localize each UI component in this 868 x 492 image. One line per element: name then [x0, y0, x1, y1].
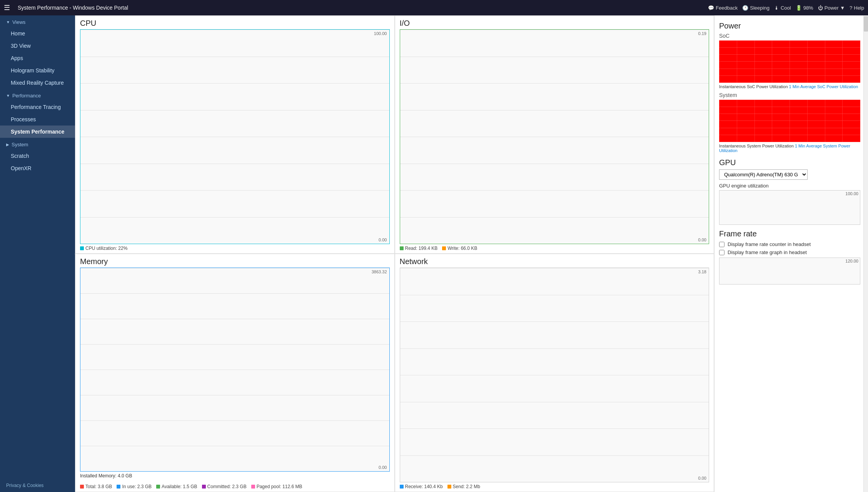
sidebar-collapse-button[interactable]: ◀: [73, 246, 75, 261]
privacy-cookies-link[interactable]: Privacy & Cookies: [0, 479, 75, 492]
cpu-panel: CPU 100.00 0.00: [75, 15, 395, 254]
io-read-text: Read: 199.4 KB: [405, 246, 438, 251]
soc-avg-label[interactable]: 1 Min Average SoC Power Utilization: [789, 84, 858, 89]
feedback-icon: 💬: [708, 5, 714, 11]
system-arrow-icon: ▶: [6, 142, 9, 147]
scroll-thumb[interactable]: [864, 16, 868, 32]
sleeping-icon: 🕐: [742, 5, 748, 11]
sidebar-item-performance-tracing[interactable]: Performance Tracing: [0, 101, 75, 113]
power-title: Power: [719, 22, 860, 30]
cpu-chart: 100.00 0.00: [80, 29, 390, 244]
soc-instant-label: Instantaneous SoC Power Utilization: [719, 84, 788, 89]
system-power-legend: Instantaneous System Power Utilization 1…: [719, 144, 860, 153]
memory-panel: Memory 3863.32 0.00: [75, 254, 395, 492]
battery-icon: 🔋: [796, 5, 802, 11]
help-button[interactable]: ? Help: [850, 5, 864, 11]
soc-power-chart: [719, 40, 860, 83]
gpu-select[interactable]: Qualcomm(R) Adreno(TM) 630 GPU: [719, 169, 808, 180]
sidebar-section-performance[interactable]: ▼ Performance: [0, 89, 75, 101]
io-min-label: 0.00: [698, 238, 706, 242]
help-icon: ?: [850, 5, 852, 11]
system-power-chart: [719, 100, 860, 142]
sidebar-section-system-label: System: [12, 142, 28, 147]
gpu-engine-label: GPU engine utilization: [719, 183, 860, 189]
network-max-label: 3.18: [698, 269, 706, 274]
frame-rate-counter-checkbox-row[interactable]: Display frame rate counter in headset: [719, 241, 860, 247]
io-chart-grid: [400, 30, 709, 244]
title-bar: ☰ System Performance - Windows Device Po…: [0, 0, 868, 15]
network-title: Network: [400, 257, 709, 266]
performance-arrow-icon: ▼: [6, 94, 10, 98]
frame-rate-section: Frame rate Display frame rate counter in…: [719, 229, 860, 284]
sidebar-item-mixed-reality-capture[interactable]: Mixed Reality Capture: [0, 77, 75, 89]
gpu-engine-chart: 100.00: [719, 190, 860, 225]
frame-rate-max-label: 120.00: [845, 259, 858, 263]
sidebar-section-system[interactable]: ▶ System: [0, 138, 75, 150]
views-arrow-icon: ▼: [6, 20, 10, 24]
network-chart: 3.18 0.00: [400, 268, 709, 482]
system-label: System: [719, 92, 860, 98]
io-write-text: Write: 66.0 KB: [447, 246, 477, 251]
sleeping-button[interactable]: 🕐 Sleeping: [742, 5, 770, 11]
frame-rate-graph-checkbox[interactable]: [719, 250, 724, 255]
thermometer-icon: 🌡: [774, 5, 779, 11]
cpu-max-label: 100.00: [374, 31, 387, 36]
io-read-dot: [400, 246, 404, 250]
sidebar-item-home[interactable]: Home: [0, 27, 75, 40]
sidebar-section-views[interactable]: ▼ Views: [0, 15, 75, 27]
memory-legend: Installed Memory: 4.0 GB Total: 3.8 GB I…: [80, 473, 390, 489]
sidebar: ◀ ▼ Views Home 3D View Apps Hologram Sta…: [0, 15, 75, 492]
sidebar-item-processes[interactable]: Processes: [0, 113, 75, 126]
memory-max-label: 3863.32: [372, 269, 387, 274]
sidebar-item-hologram-stability[interactable]: Hologram Stability: [0, 64, 75, 77]
frame-rate-chart: 120.00: [719, 258, 860, 284]
sidebar-section-views-label: Views: [12, 19, 25, 25]
sidebar-item-3dview[interactable]: 3D View: [0, 40, 75, 52]
cpu-chart-grid: [80, 30, 389, 244]
right-panel: Power SoC: [714, 15, 868, 492]
sidebar-item-openxr[interactable]: OpenXR: [0, 162, 75, 174]
battery-button[interactable]: 🔋 98%: [796, 5, 813, 11]
power-icon: ⏻: [818, 5, 823, 11]
network-legend: Receive: 140.4 Kb Send: 2.2 Mb: [400, 484, 709, 489]
memory-chart-grid: [80, 268, 389, 471]
gpu-max-label: 100.00: [845, 191, 858, 196]
memory-title: Memory: [80, 257, 390, 266]
frame-rate-graph-checkbox-row[interactable]: Display frame rate graph in headset: [719, 249, 860, 255]
cool-button[interactable]: 🌡 Cool: [774, 5, 791, 11]
sidebar-item-system-performance[interactable]: System Performance: [0, 126, 75, 138]
soc-power-legend: Instantaneous SoC Power Utilization 1 Mi…: [719, 84, 860, 89]
io-title: I/O: [400, 19, 709, 28]
memory-min-label: 0.00: [379, 465, 387, 470]
frame-rate-title: Frame rate: [719, 229, 860, 238]
soc-label: SoC: [719, 33, 860, 39]
memory-chart: 3863.32 0.00: [80, 268, 390, 472]
page-title: System Performance - Windows Device Port…: [18, 5, 703, 11]
network-min-label: 0.00: [698, 476, 706, 480]
sidebar-section-performance-label: Performance: [12, 93, 41, 99]
memory-installed: Installed Memory: 4.0 GB: [80, 473, 390, 479]
cpu-min-label: 0.00: [379, 238, 387, 242]
cpu-legend-text: CPU utilization: 22%: [85, 246, 127, 251]
system-instant-label: Instantaneous System Power Utilization: [719, 144, 794, 148]
network-chart-grid: [400, 268, 709, 482]
frame-rate-counter-checkbox[interactable]: [719, 242, 724, 247]
cpu-legend-dot: [80, 246, 84, 250]
cpu-title: CPU: [80, 19, 390, 28]
frame-rate-counter-label: Display frame rate counter in headset: [728, 241, 811, 247]
cpu-legend: CPU utilization: 22%: [80, 246, 390, 251]
right-scrollbar[interactable]: [863, 15, 868, 492]
io-write-dot: [442, 246, 446, 250]
power-button[interactable]: ⏻ Power ▼: [818, 5, 845, 11]
sidebar-item-apps[interactable]: Apps: [0, 52, 75, 64]
frame-rate-graph-label: Display frame rate graph in headset: [728, 249, 807, 255]
sidebar-item-scratch[interactable]: Scratch: [0, 150, 75, 162]
feedback-button[interactable]: 💬 Feedback: [708, 5, 738, 11]
io-panel: I/O 0.19 0.00: [395, 15, 714, 254]
gpu-title: GPU: [719, 158, 860, 167]
io-max-label: 0.19: [698, 31, 706, 36]
network-panel: Network 3.18 0.00: [395, 254, 714, 492]
menu-icon[interactable]: ☰: [4, 3, 10, 12]
io-legend: Read: 199.4 KB Write: 66.0 KB: [400, 246, 709, 251]
io-chart: 0.19 0.00: [400, 29, 709, 244]
